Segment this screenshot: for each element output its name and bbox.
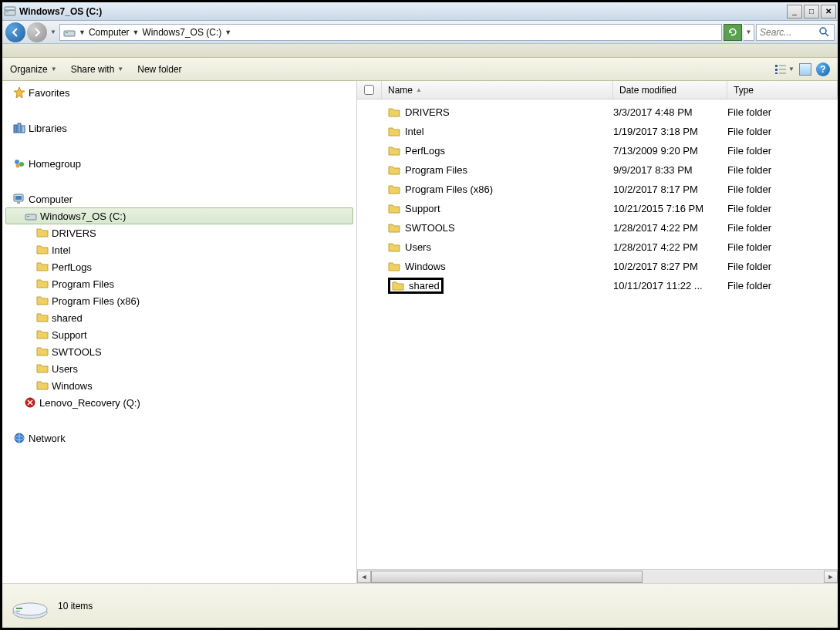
file-row[interactable]: Support10/21/2015 7:16 PMFile folder [357,199,838,218]
file-list[interactable]: DRIVERS3/3/2017 4:48 PMFile folderIntel1… [357,99,838,569]
folder-icon [36,379,49,392]
scroll-thumb[interactable] [371,571,643,583]
file-type: File folder [727,106,838,118]
file-row[interactable]: Program Files9/9/2017 8:33 PMFile folder [357,160,838,180]
sidebar-item-homegroup[interactable]: Homegroup [2,155,356,172]
sidebar-label: Program Files [52,278,114,290]
sidebar-item-folder[interactable]: Windows [2,377,356,394]
preview-pane-button[interactable] [799,63,811,76]
sidebar-item-folder[interactable]: SWTOOLS [2,343,356,360]
file-type: File folder [727,261,838,272]
sidebar-label: Support [52,329,87,341]
back-button[interactable] [5,22,25,42]
drive-icon [12,592,49,620]
file-name: DRIVERS [405,106,450,118]
search-icon [818,26,831,39]
navigation-pane[interactable]: Favorites Libraries Homegroup Computer W… [2,81,357,583]
sidebar-item-folder[interactable]: PerfLogs [2,258,356,275]
svg-rect-1 [6,12,8,12]
file-name: Program Files (x86) [405,184,493,195]
select-all-checkbox[interactable] [364,85,374,95]
sidebar-item-folder[interactable]: DRIVERS [2,224,356,241]
svg-rect-30 [16,608,22,609]
menu-bar [2,44,838,58]
folder-icon [36,278,49,290]
svg-rect-0 [5,10,15,15]
sidebar-item-drive-c[interactable]: Windows7_OS (C:) [5,207,353,224]
file-row[interactable]: SWTOOLS1/28/2017 4:22 PMFile folder [357,218,838,238]
star-icon [13,86,25,99]
sidebar-item-folder[interactable]: Support [2,326,356,343]
maximize-button[interactable]: □ [804,5,819,19]
file-row[interactable]: Windows10/2/2017 8:27 PMFile folder [357,257,838,276]
file-row[interactable]: PerfLogs7/13/2009 9:20 PMFile folder [357,141,838,160]
file-type: File folder [727,164,838,176]
minimize-button[interactable]: _ [787,5,802,19]
view-options-button[interactable]: ▼ [774,63,794,76]
share-with-button[interactable]: Share with ▼ [71,64,124,75]
computer-icon [13,193,25,205]
recovery-drive-icon [24,396,36,409]
breadcrumb-computer[interactable]: Computer [89,27,130,38]
sidebar-label: DRIVERS [52,227,96,239]
column-name[interactable]: Name ▲ [382,81,613,99]
search-box[interactable] [756,24,835,41]
sidebar-item-folder[interactable]: Intel [2,241,356,258]
sidebar-item-folder[interactable]: shared [2,309,356,326]
file-date: 1/28/2017 4:22 PM [613,222,727,234]
refresh-button[interactable] [724,24,742,41]
file-name: Intel [405,126,424,137]
file-date: 10/11/2017 11:22 ... [613,280,727,291]
forward-button[interactable] [27,22,47,42]
folder-icon [36,244,49,256]
sidebar-label: Lenovo_Recovery (Q:) [39,397,140,409]
column-headers: Name ▲ Date modified Type [357,81,838,99]
file-type: File folder [727,145,838,157]
breadcrumb-drive[interactable]: Windows7_OS (C:) [143,27,222,38]
file-row[interactable]: Intel1/19/2017 3:18 PMFile folder [357,122,838,141]
sidebar-label: Network [29,433,66,444]
new-folder-button[interactable]: New folder [137,64,181,75]
svg-rect-7 [775,65,778,67]
sidebar-label: Program Files (x86) [52,295,140,307]
nav-history-dropdown[interactable]: ▼ [49,25,58,40]
scroll-right-button[interactable]: ► [824,571,838,583]
svg-rect-8 [775,69,778,71]
close-button[interactable]: ✕ [821,5,836,19]
file-row[interactable]: Users1/28/2017 4:22 PMFile folder [357,238,838,257]
chevron-down-icon: ▼ [788,66,794,72]
sidebar-item-network[interactable]: Network [2,430,356,446]
folder-icon [388,107,400,118]
column-date[interactable]: Date modified [613,81,727,99]
chevron-icon[interactable]: ▼ [133,29,140,36]
breadcrumb[interactable]: ▼ Computer ▼ Windows7_OS (C:) ▼ [59,24,722,41]
refresh-dropdown[interactable]: ▼ [744,24,754,41]
file-row[interactable]: DRIVERS3/3/2017 4:48 PMFile folder [357,103,838,122]
chevron-icon[interactable]: ▼ [79,29,86,36]
search-input[interactable] [760,27,818,38]
sidebar-item-favorites[interactable]: Favorites [2,84,356,101]
file-date: 3/3/2017 4:48 PM [613,106,727,118]
sidebar-item-computer[interactable]: Computer [2,190,356,207]
file-row[interactable]: shared10/11/2017 11:22 ...File folder [357,276,838,295]
file-date: 1/28/2017 4:22 PM [613,241,727,253]
folder-icon [388,146,400,157]
scroll-left-button[interactable]: ◄ [357,571,371,583]
file-row[interactable]: Program Files (x86)10/2/2017 8:17 PMFile… [357,180,838,199]
sidebar-item-folder[interactable]: Users [2,360,356,377]
sidebar-item-drive-q[interactable]: Lenovo_Recovery (Q:) [2,394,356,411]
scroll-track[interactable] [371,571,824,583]
folder-icon [36,295,49,307]
chevron-icon[interactable]: ▼ [224,29,231,36]
sidebar-item-folder[interactable]: Program Files (x86) [2,292,356,309]
folder-icon [388,184,400,195]
horizontal-scrollbar[interactable]: ◄ ► [357,569,838,583]
drive-icon [25,210,37,222]
sidebar-item-libraries[interactable]: Libraries [2,120,356,136]
column-type[interactable]: Type [727,81,838,99]
sidebar-item-folder[interactable]: Program Files [2,275,356,292]
organize-label: Organize [10,64,48,75]
help-button[interactable]: ? [816,62,830,76]
organize-button[interactable]: Organize ▼ [10,64,57,75]
column-checkbox[interactable] [357,81,382,99]
